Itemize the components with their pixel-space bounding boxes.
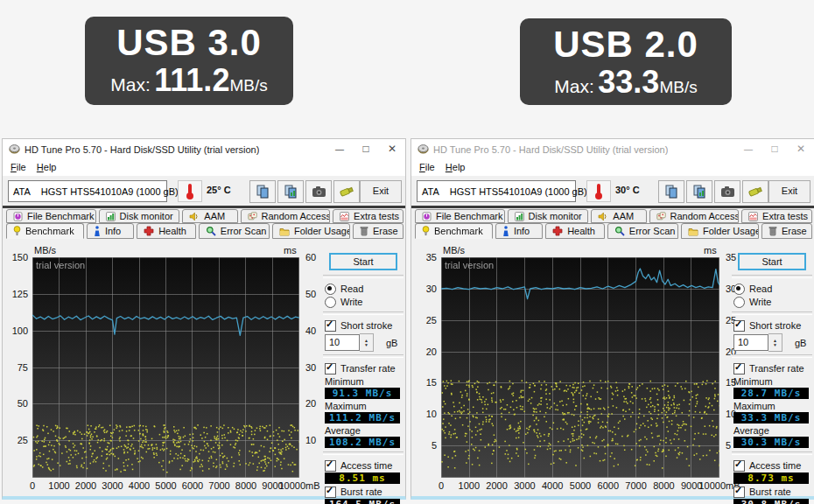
copy-text-button[interactable] [658,180,684,203]
tab-benchmark[interactable]: Benchmark [6,223,84,239]
copy-text-button[interactable] [249,180,276,203]
save-button[interactable] [333,180,360,203]
transfer-rate-checkbox[interactable]: Transfer rate [733,362,812,374]
tab-benchmark[interactable]: Benchmark [415,223,493,239]
access-time-checkbox[interactable]: Access time [733,459,812,472]
usb2-banner: USB 2.0 Max: 33.3MB/s [520,18,732,105]
y-axis-left-labels: 150125100755025 [7,257,31,478]
transfer-rate-checkbox[interactable]: Transfer rate [325,362,403,374]
read-radio[interactable]: Read [733,283,812,295]
tab-info[interactable]: Info [495,223,543,239]
short-stroke-checkbox[interactable]: Short stroke [733,319,812,332]
maximize-button[interactable]: □ [761,139,788,159]
y-tick-label: 150 [12,252,28,262]
y-tick-label: 60 [305,252,316,262]
y-tick-label: 30 [305,362,316,373]
magnifier-icon [614,226,625,236]
start-button[interactable]: Start [329,253,397,270]
tab-file-benchmark[interactable]: File Benchmark [6,209,96,223]
benchmark-chart-canvas [441,257,719,478]
x-tick-label: 2000 [486,480,507,491]
maximize-button[interactable]: □ [353,139,379,159]
exit-button[interactable]: Exit [360,180,402,203]
start-button[interactable]: Start [738,253,806,270]
close-button[interactable]: ✕ [379,139,405,159]
extra-tests-icon [748,212,758,221]
tab-random-access[interactable]: Random Access [649,209,740,223]
capacity-stepper[interactable]: ▲ ▼ [768,333,782,352]
temperature-value: 30° C [615,185,640,195]
minimum-label: Minimum [325,376,403,387]
y-tick-label: 75 [18,362,28,373]
x-tick-label: 1000 [48,480,69,491]
menu-file[interactable]: File [419,162,435,172]
usb-stick-icon [339,186,354,198]
tab-random-access[interactable]: Random Access [241,209,331,223]
exit-button[interactable]: Exit [768,180,810,203]
burst-rate-checkbox[interactable]: Burst rate [325,486,403,498]
tab-aam[interactable]: AAM [591,209,646,223]
read-radio[interactable]: Read [325,283,403,295]
copy-chart-button[interactable] [277,180,304,203]
y-tick-label: 25 [18,435,28,445]
burst-rate-checkbox[interactable]: Burst rate [733,486,812,498]
benchmark-chart-canvas [32,257,299,478]
burst-rate-value: 164.5 MB/s [325,499,400,504]
y-left-unit: MB/s [34,245,56,256]
menu-bar: File Help [411,159,814,176]
radio-icon [325,297,336,308]
tab-erase[interactable]: Erase [353,223,403,239]
menu-help[interactable]: Help [446,162,466,172]
checkbox-icon [733,363,745,374]
checkbox-icon [325,460,336,472]
short-stroke-checkbox[interactable]: Short stroke [325,319,403,332]
tab-health[interactable]: Health [545,223,605,239]
separator [323,354,403,358]
x-tick-label: 4000 [129,480,150,491]
write-radio[interactable]: Write [733,296,812,308]
info-icon [94,226,101,236]
write-radio[interactable]: Write [325,296,403,308]
average-value: 108.2 MB/s [325,437,400,448]
usb3-banner: USB 3.0 Max: 111.2MB/s [85,17,293,105]
tab-folder-usage[interactable]: Folder Usage [272,223,350,239]
capacity-stepper[interactable]: ▲ ▼ [360,333,374,352]
dice-icon [248,212,257,221]
disk-monitor-icon [515,212,524,221]
drive-select[interactable]: ATA HGST HTS541010A9 (1000 gB) ⌄ [417,180,576,202]
tab-erase[interactable]: Erase [761,223,812,239]
temperature-icon [178,180,202,202]
access-time-value: 8.51 ms [325,472,400,484]
menu-file[interactable]: File [11,162,26,172]
tab-info[interactable]: Info [87,223,134,239]
screenshot-button[interactable] [714,180,740,203]
trial-watermark: trial version [445,260,494,270]
tab-disk-monitor[interactable]: Disk monitor [99,209,180,223]
tab-error-scan[interactable]: Error Scan [199,223,270,239]
tab-error-scan[interactable]: Error Scan [607,223,678,239]
burst-rate-value: 30.8 MB/s [733,499,809,504]
access-time-checkbox[interactable]: Access time [325,459,403,472]
toolbar: ATA HGST HTS541010A9 (1000 gB) ⌄ 25° C [3,176,405,206]
tab-aam[interactable]: AAM [182,209,237,223]
tab-file-benchmark[interactable]: File Benchmark [415,209,505,223]
minimize-button[interactable]: — [326,139,353,159]
tab-extra-tests[interactable]: Extra tests [741,209,812,223]
screenshot-button[interactable] [305,180,332,203]
tab-extra-tests[interactable]: Extra tests [333,209,403,223]
y-left-unit: MB/s [443,245,465,256]
minimize-button[interactable]: — [735,139,761,159]
capacity-input[interactable]: 10 [325,334,360,351]
maximum-value: 33.3 MB/s [733,412,809,424]
copy-chart-button[interactable] [686,180,712,203]
menu-help[interactable]: Help [37,162,57,172]
close-button[interactable]: ✕ [788,139,814,159]
y-tick-label: 35 [426,252,437,262]
capacity-input[interactable]: 10 [733,334,768,351]
save-button[interactable] [742,180,768,203]
tab-health[interactable]: Health [137,223,196,239]
max-prefix: Max: [110,74,151,94]
tab-disk-monitor[interactable]: Disk monitor [508,209,589,223]
drive-select[interactable]: ATA HGST HTS541010A9 (1000 gB) ⌄ [8,180,167,202]
tab-folder-usage[interactable]: Folder Usage [681,223,759,239]
